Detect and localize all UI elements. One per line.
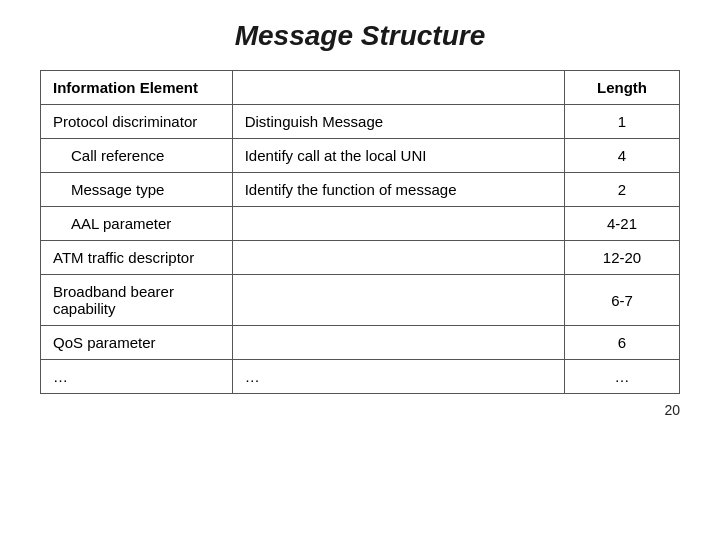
cell-length: 1 — [564, 105, 679, 139]
cell-element: Call reference — [41, 139, 233, 173]
cell-length: 12-20 — [564, 241, 679, 275]
table-row: ATM traffic descriptor12-20 — [41, 241, 680, 275]
cell-length: 2 — [564, 173, 679, 207]
page-title: Message Structure — [235, 20, 486, 52]
cell-element: ATM traffic descriptor — [41, 241, 233, 275]
header-element: Information Element — [41, 71, 233, 105]
cell-description: Distinguish Message — [232, 105, 564, 139]
cell-element: AAL parameter — [41, 207, 233, 241]
cell-length: … — [564, 360, 679, 394]
cell-length: 4 — [564, 139, 679, 173]
cell-description — [232, 241, 564, 275]
cell-description: Identify call at the local UNI — [232, 139, 564, 173]
header-description — [232, 71, 564, 105]
table-row: Protocol discriminatorDistinguish Messag… — [41, 105, 680, 139]
cell-element: Message type — [41, 173, 233, 207]
cell-element: … — [41, 360, 233, 394]
header-length: Length — [564, 71, 679, 105]
table-row: AAL parameter4-21 — [41, 207, 680, 241]
cell-description — [232, 207, 564, 241]
table-row: QoS parameter6 — [41, 326, 680, 360]
cell-length: 6 — [564, 326, 679, 360]
table-header-row: Information Element Length — [41, 71, 680, 105]
cell-description — [232, 326, 564, 360]
table-row: ……… — [41, 360, 680, 394]
cell-element: Protocol discriminator — [41, 105, 233, 139]
cell-length: 6-7 — [564, 275, 679, 326]
message-structure-table: Information Element Length Protocol disc… — [40, 70, 680, 394]
table-row: Call referenceIdentify call at the local… — [41, 139, 680, 173]
cell-element: QoS parameter — [41, 326, 233, 360]
cell-element: Broadband bearercapability — [41, 275, 233, 326]
cell-description — [232, 275, 564, 326]
cell-description: … — [232, 360, 564, 394]
cell-length: 4-21 — [564, 207, 679, 241]
cell-description: Identify the function of message — [232, 173, 564, 207]
table-row: Message typeIdentify the function of mes… — [41, 173, 680, 207]
table-row: Broadband bearercapability6-7 — [41, 275, 680, 326]
page-number: 20 — [664, 402, 680, 418]
